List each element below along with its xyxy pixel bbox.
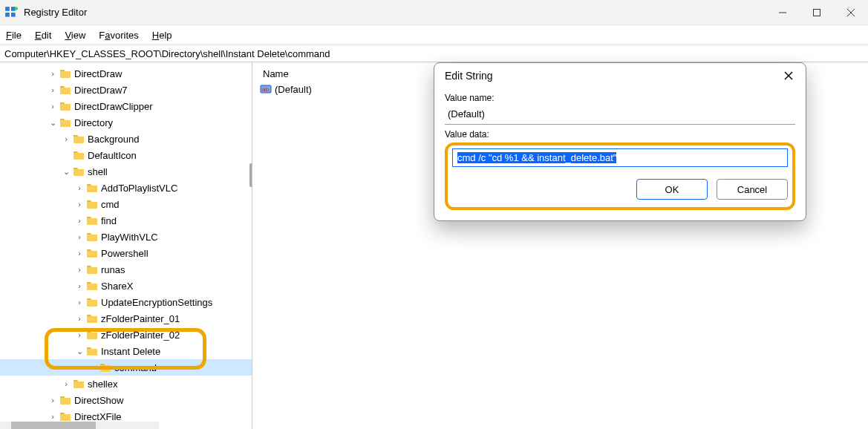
tree-item[interactable]: ›AddToPlaylistVLC [0, 180, 252, 196]
app-icon [4, 6, 18, 19]
chevron-right-icon[interactable]: › [48, 102, 58, 111]
folder-icon [73, 133, 85, 145]
tree-item[interactable]: ›find [0, 212, 252, 229]
chevron-right-icon[interactable]: › [74, 232, 85, 241]
tree-item[interactable]: ›DirectShow [0, 392, 252, 408]
tree-item[interactable]: ›zFolderPainter_02 [0, 327, 252, 343]
tree-item-label: shell [88, 166, 108, 177]
titlebar: Registry Editor [0, 0, 868, 25]
tree-item[interactable]: ›DefaultIcon [0, 147, 252, 163]
svg-point-4 [15, 7, 19, 10]
folder-icon [86, 247, 98, 259]
folder-icon [86, 182, 98, 194]
chevron-right-icon[interactable]: › [48, 412, 58, 421]
close-icon [783, 71, 794, 81]
menu-favorites[interactable]: Favorites [99, 30, 138, 41]
window-controls [766, 0, 868, 24]
close-button[interactable] [834, 0, 868, 24]
svg-text:ab: ab [262, 86, 269, 93]
tree-item[interactable]: ›cmd [0, 196, 252, 212]
folder-icon [86, 329, 98, 341]
folder-icon [59, 410, 71, 422]
tree-item[interactable]: ›DirectDraw7 [0, 82, 252, 98]
minimize-button[interactable] [766, 0, 800, 24]
chevron-down-icon[interactable]: ⌄ [61, 167, 71, 177]
chevron-right-icon[interactable]: › [74, 183, 85, 192]
value-data-label: Value data: [445, 129, 795, 140]
ok-button[interactable]: OK [636, 179, 708, 200]
chevron-right-icon[interactable]: › [74, 249, 85, 258]
tree-item-label: Background [88, 134, 139, 145]
tree-item[interactable]: ›DirectDraw [0, 65, 252, 82]
tree-item-label: AddToPlaylistVLC [101, 183, 177, 194]
folder-icon [59, 100, 71, 112]
tree-item[interactable]: ⌄Instant Delete [0, 343, 252, 359]
tree-item[interactable]: ›Powershell [0, 245, 252, 261]
tree-pane[interactable]: ›DirectDraw›DirectDraw7›DirectDrawClippe… [0, 62, 252, 429]
folder-icon [86, 231, 98, 243]
tree-item[interactable]: ›runas [0, 261, 252, 278]
folder-icon [73, 378, 85, 390]
chevron-right-icon[interactable]: › [74, 330, 85, 339]
menu-edit[interactable]: Edit [35, 30, 51, 41]
svg-rect-6 [814, 9, 820, 16]
chevron-right-icon[interactable]: › [74, 265, 85, 274]
horizontal-scrollbar[interactable] [0, 422, 159, 429]
chevron-right-icon[interactable]: › [48, 85, 58, 94]
tree-item[interactable]: ›shellex [0, 376, 252, 392]
value-name-label: Value name: [445, 93, 795, 103]
folder-icon [86, 198, 98, 210]
dialog-close-button[interactable] [782, 69, 795, 82]
tree-item-label: cmd [101, 199, 120, 210]
chevron-right-icon[interactable]: › [74, 314, 85, 323]
tree-item-label: Instant Delete [101, 346, 160, 357]
tree-item[interactable]: ›UpdateEncryptionSettings [0, 294, 252, 310]
cancel-button[interactable]: Cancel [717, 179, 788, 200]
tree-item[interactable]: ⌄shell [0, 163, 252, 180]
chevron-down-icon[interactable]: ⌄ [48, 118, 58, 128]
edit-string-dialog: Edit String Value name: (Default) Value … [434, 62, 806, 221]
folder-icon [59, 68, 71, 79]
chevron-down-icon[interactable]: ⌄ [74, 347, 85, 356]
value-name-field[interactable]: (Default) [445, 105, 795, 125]
chevron-right-icon[interactable]: › [48, 69, 58, 78]
chevron-right-icon[interactable]: › [48, 396, 58, 405]
dialog-title: Edit String [445, 70, 493, 82]
tree-item[interactable]: ›command [0, 359, 252, 376]
tree-item-label: command [114, 362, 157, 373]
tree-item[interactable]: ›ShareX [0, 278, 252, 294]
folder-icon [86, 345, 98, 357]
list-pane[interactable]: Name ab (Default) Edit String Value name… [252, 62, 868, 429]
chevron-right-icon[interactable]: › [61, 379, 71, 388]
highlight-annotation: cmd /c "cd %1 && instant_delete.bat" OK … [445, 143, 795, 210]
maximize-button[interactable] [800, 0, 834, 24]
value-data-field[interactable]: cmd /c "cd %1 && instant_delete.bat" [452, 148, 788, 167]
address-bar[interactable]: Computer\HKEY_CLASSES_ROOT\Directory\she… [0, 45, 868, 62]
chevron-right-icon[interactable]: › [61, 134, 71, 143]
tree-item-label: DirectShow [74, 395, 123, 406]
chevron-right-icon[interactable]: › [74, 216, 85, 225]
folder-icon [86, 280, 98, 292]
menu-help[interactable]: Help [152, 30, 172, 41]
folder-icon [59, 117, 71, 128]
folder-icon [73, 166, 85, 177]
tree-item-label: ShareX [101, 281, 133, 292]
chevron-right-icon[interactable]: › [74, 298, 85, 307]
tree-item-label: shellex [88, 379, 117, 390]
chevron-right-icon[interactable]: › [74, 281, 85, 290]
folder-icon [86, 312, 98, 324]
tree-item[interactable]: ›zFolderPainter_01 [0, 310, 252, 327]
folder-icon [86, 214, 98, 226]
tree-item[interactable]: ›Background [0, 131, 252, 147]
tree-item-label: DirectXFile [74, 411, 122, 422]
tree-item[interactable]: ›PlayWithVLC [0, 229, 252, 245]
tree-item[interactable]: ›DirectDrawClipper [0, 98, 252, 114]
menu-view[interactable]: View [65, 30, 85, 41]
string-value-icon: ab [260, 83, 272, 95]
folder-icon [59, 394, 71, 406]
svg-rect-2 [5, 13, 10, 17]
chevron-right-icon[interactable]: › [74, 200, 85, 209]
tree-item-label: find [101, 215, 117, 226]
tree-item[interactable]: ⌄Directory [0, 114, 252, 131]
menu-file[interactable]: File [6, 30, 22, 41]
